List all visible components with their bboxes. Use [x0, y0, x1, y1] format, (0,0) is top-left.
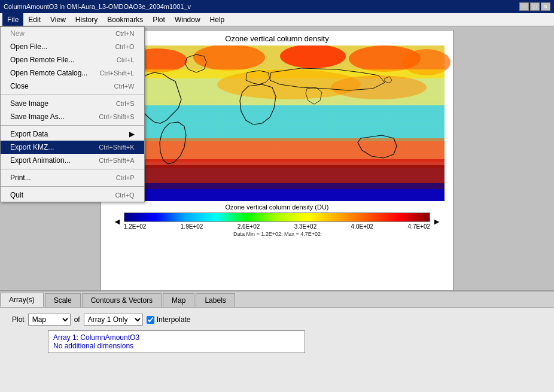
tab-arrays[interactable]: Array(s): [0, 293, 44, 307]
array-info-box: Array 1: ColumnAmountO3 No additional di…: [48, 330, 305, 353]
submenu-arrow-icon: ▶: [129, 130, 135, 138]
menu-open-remote-shortcut: Ctrl+L: [117, 56, 135, 63]
menu-new-shortcut: Ctrl+N: [115, 30, 134, 37]
menu-export-kmz-shortcut: Ctrl+Shift+K: [99, 144, 134, 151]
tabs: Array(s) Scale Contours & Vectors Map La…: [0, 291, 554, 308]
menu-edit[interactable]: Edit: [23, 13, 45, 26]
colorbar-area: Ozone vertical column density (DU) ◄ 1.2…: [101, 201, 453, 241]
menu-plot[interactable]: Plot: [148, 13, 170, 26]
array-info-title: Array 1: ColumnAmountO3: [53, 333, 300, 342]
array-select[interactable]: Array 1 Only Array 1 and 2: [84, 314, 143, 326]
sep1: [1, 95, 144, 95]
colorbar-row: ◄ 1.2E+02 1.9E+02 2.6E+02 3.3E+02 4.0E+0…: [113, 212, 441, 230]
menu-save-image-as[interactable]: Save Image As... Ctrl+Shift+S: [1, 110, 144, 123]
colorbar-labels: 1.2E+02 1.9E+02 2.6E+02 3.3E+02 4.0E+02 …: [124, 223, 430, 230]
plot-container: Ozone vertical column density: [101, 30, 453, 292]
plot-type-row: Plot Map Line Area Fill of Array 1 Only …: [12, 314, 542, 326]
sep3: [1, 169, 144, 169]
of-label: of: [74, 315, 80, 324]
close-button[interactable]: ✕: [541, 2, 550, 11]
file-menu: New Ctrl+N Open File... Ctrl+O Open Remo…: [0, 26, 145, 202]
menu-open-file-label: Open File...: [10, 42, 47, 51]
menu-export-animation-shortcut: Ctrl+Shift+A: [99, 157, 134, 164]
map-area: [101, 45, 453, 201]
menu-window[interactable]: Window: [170, 13, 205, 26]
menu-open-catalog-shortcut: Ctrl+Shift+L: [99, 69, 134, 77]
menu-open-file[interactable]: Open File... Ctrl+O: [1, 40, 144, 53]
menu-close-shortcut: Ctrl+W: [114, 83, 135, 90]
colorbar-label-5: 4.7E+02: [408, 223, 431, 230]
menu-close[interactable]: Close Ctrl+W: [1, 80, 144, 93]
menu-export-kmz[interactable]: Export KMZ... Ctrl+Shift+K: [1, 141, 144, 154]
map-svg: [101, 45, 453, 201]
menu-print-shortcut: Ctrl+P: [116, 174, 135, 181]
colorbar-gradient: [124, 212, 430, 222]
menu-export-animation[interactable]: Export Animation... Ctrl+Shift+A: [1, 154, 144, 167]
svg-rect-26: [109, 189, 445, 201]
svg-point-19: [331, 75, 427, 99]
window-controls: − □ ✕: [519, 2, 550, 11]
tab-arrays-content: Plot Map Line Area Fill of Array 1 Only …: [0, 308, 554, 359]
colorbar-label-1: 1.9E+02: [181, 223, 203, 230]
menu-export-animation-label: Export Animation...: [10, 156, 71, 165]
menu-history[interactable]: History: [71, 13, 102, 26]
menu-bookmarks[interactable]: Bookmarks: [102, 13, 148, 26]
menu-quit-label: Quit: [10, 191, 23, 199]
interpolate-label: Interpolate: [157, 315, 191, 324]
tab-scale[interactable]: Scale: [45, 293, 81, 307]
menu-open-remote-label: Open Remote File...: [10, 56, 74, 64]
interpolate-row: Interpolate: [147, 315, 191, 324]
colorbar-label-4: 4.0E+02: [351, 223, 374, 230]
plot-label: Plot: [12, 315, 25, 324]
menu-new[interactable]: New Ctrl+N: [1, 27, 144, 40]
tab-contours-vectors[interactable]: Contours & Vectors: [82, 293, 162, 307]
menu-export-data-label: Export Data: [10, 130, 48, 138]
colorbar-left-arrow-icon: ◄: [113, 217, 121, 226]
menu-file[interactable]: File: [2, 13, 23, 26]
colorbar-label-3: 3.3E+02: [294, 223, 317, 230]
plot-type-select[interactable]: Map Line Area Fill: [28, 314, 71, 326]
title-bar: ColumnAmountO3 in OMI-Aura_L3-OMDOAO3e_2…: [0, 0, 554, 13]
menu-quit[interactable]: Quit Ctrl+Q: [1, 189, 144, 202]
interpolate-checkbox[interactable]: [147, 316, 154, 324]
menu-help[interactable]: Help: [205, 13, 230, 26]
menu-open-remote-file[interactable]: Open Remote File... Ctrl+L: [1, 53, 144, 66]
menu-open-file-shortcut: Ctrl+O: [115, 43, 134, 50]
window-title: ColumnAmountO3 in OMI-Aura_L3-OMDOAO3e_2…: [4, 3, 191, 10]
menu-quit-shortcut: Ctrl+Q: [115, 192, 134, 199]
minimize-button[interactable]: −: [519, 2, 529, 11]
colorbar-right-arrow-icon: ►: [433, 217, 441, 226]
menu-print-label: Print...: [10, 174, 31, 182]
menu-save-image[interactable]: Save Image Ctrl+S: [1, 97, 144, 110]
menu-save-image-label: Save Image: [10, 99, 48, 108]
menu-open-catalog-label: Open Remote Catalog...: [10, 69, 87, 77]
menu-bar: File Edit View History Bookmarks Plot Wi…: [0, 13, 554, 26]
svg-point-13: [193, 45, 265, 71]
data-range-text: Data Min = 1.2E+02; Max = 4.7E+02: [113, 231, 441, 237]
tab-map[interactable]: Map: [163, 293, 194, 307]
menu-export-kmz-label: Export KMZ...: [10, 143, 54, 151]
tab-labels[interactable]: Labels: [196, 293, 235, 307]
colorbar-label-0: 1.2E+02: [124, 223, 147, 230]
menu-view[interactable]: View: [45, 13, 71, 26]
menu-close-label: Close: [10, 82, 29, 90]
menu-save-image-as-label: Save Image As...: [10, 113, 65, 121]
sep4: [1, 186, 144, 187]
sep2: [1, 125, 144, 126]
bottom-panel: Array(s) Scale Contours & Vectors Map La…: [0, 290, 554, 392]
array-info-dim: No additional dimensions: [53, 342, 300, 350]
plot-title: Ozone vertical column density: [101, 31, 453, 45]
file-dropdown: New Ctrl+N Open File... Ctrl+O Open Remo…: [0, 26, 145, 202]
menu-open-remote-catalog[interactable]: Open Remote Catalog... Ctrl+Shift+L: [1, 66, 144, 80]
menu-save-image-shortcut: Ctrl+S: [116, 100, 135, 107]
colorbar-label-2: 2.6E+02: [238, 223, 260, 230]
menu-save-image-as-shortcut: Ctrl+Shift+S: [99, 113, 134, 120]
colorbar-title: Ozone vertical column density (DU): [113, 203, 441, 211]
menu-export-data[interactable]: Export Data ▶: [1, 127, 144, 141]
menu-print[interactable]: Print... Ctrl+P: [1, 171, 144, 184]
maximize-button[interactable]: □: [530, 2, 540, 11]
menu-new-label: New: [10, 29, 25, 38]
